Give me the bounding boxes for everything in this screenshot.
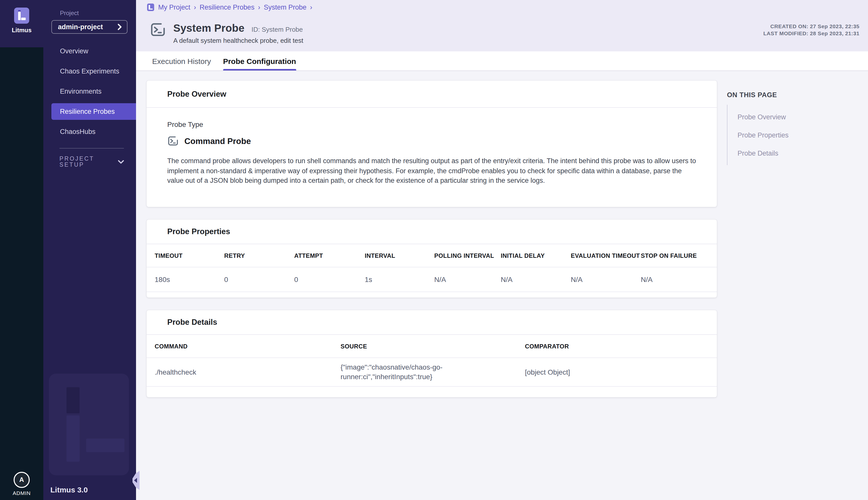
breadcrumb-system-probe[interactable]: System Probe <box>264 3 306 11</box>
breadcrumb: My Project › Resilience Probes › System … <box>147 3 316 11</box>
last-modified: LAST MODIFIED: 28 Sep 2023, 21:31 <box>763 30 859 37</box>
column-header: INTERVAL <box>365 252 434 259</box>
project-label: Project <box>60 10 136 16</box>
column-header: POLLING INTERVAL <box>434 252 501 259</box>
created-on: CREATED ON: 27 Sep 2023, 22:35 <box>763 23 859 30</box>
probe-details-card: Probe Details COMMAND SOURCE COMPARATOR … <box>147 310 717 397</box>
sidebar-nav: Overview Chaos Experiments Environments … <box>43 41 136 141</box>
stop-on-failure-value: N/A <box>641 275 709 284</box>
breadcrumb-logo-icon <box>147 3 154 11</box>
column-header: STOP ON FAILURE <box>641 252 709 259</box>
probe-overview-title: Probe Overview <box>147 81 717 108</box>
breadcrumb-my-project[interactable]: My Project <box>158 3 190 11</box>
properties-value-row: 180s 0 0 1s N/A N/A N/A N/A <box>147 268 717 292</box>
details-value-row: ./healthcheck {"image":"chaosnative/chao… <box>147 358 717 387</box>
sidebar-item-chaos-experiments[interactable]: Chaos Experiments <box>43 61 136 81</box>
collapse-arrow-icon <box>134 478 137 483</box>
page-subtitle: A default system healthcheck probe, edit… <box>173 37 303 44</box>
toc-link-probe-overview[interactable]: Probe Overview <box>737 108 848 126</box>
polling-interval-value: N/A <box>434 275 501 284</box>
breadcrumb-resilience-probes[interactable]: Resilience Probes <box>200 3 255 11</box>
project-select-value: admin-project <box>58 23 103 31</box>
column-header: ATTEMPT <box>294 252 365 259</box>
column-header: INITIAL DELAY <box>501 252 571 259</box>
probe-properties-title: Probe Properties <box>147 219 717 244</box>
tab-execution-history[interactable]: Execution History <box>152 52 211 70</box>
title-row: System Probe ID: System Probe A default … <box>150 22 303 44</box>
column-header: RETRY <box>224 252 294 259</box>
terminal-probe-icon <box>167 135 179 147</box>
tab-bar: Execution History Probe Configuration <box>136 52 868 71</box>
probe-type-value: Command Probe <box>184 136 251 146</box>
timeout-value: 180s <box>155 275 224 284</box>
sidebar-item-resilience-probes[interactable]: Resilience Probes <box>51 103 136 120</box>
sidebar-item-overview[interactable]: Overview <box>43 41 136 61</box>
command-value: ./healthcheck <box>155 368 340 376</box>
initial-delay-value: N/A <box>501 275 571 284</box>
on-this-page: ON THIS PAGE Probe Overview Probe Proper… <box>727 91 848 165</box>
tab-probe-configuration[interactable]: Probe Configuration <box>223 52 296 70</box>
probe-overview-card: Probe Overview Probe Type Command Probe … <box>147 81 717 207</box>
column-header: COMPARATOR <box>525 343 709 350</box>
page-id: ID: System Probe <box>252 26 303 33</box>
app-root: Litmus A ADMIN Project admin-project Ove… <box>0 0 868 500</box>
source-value: {"image":"chaosnative/chaos-go-runner:ci… <box>340 363 464 382</box>
chevron-right-icon <box>117 24 122 30</box>
on-this-page-list: Probe Overview Probe Properties Probe De… <box>727 105 848 165</box>
tab-panel: Probe Overview Probe Type Command Probe … <box>136 71 868 397</box>
column-header: TIMEOUT <box>155 252 224 259</box>
project-select[interactable]: admin-project <box>52 20 127 34</box>
sidebar-divider <box>59 148 124 149</box>
probe-type-label: Probe Type <box>167 120 696 128</box>
probe-details-title: Probe Details <box>147 310 717 335</box>
icon-rail: Litmus A ADMIN <box>0 0 43 500</box>
breadcrumb-separator-icon: › <box>194 3 196 11</box>
project-setup-toggle[interactable]: PROJECT SETUP <box>59 156 124 168</box>
version-label: Litmus 3.0 <box>50 485 88 494</box>
sidebar: Project admin-project Overview Chaos Exp… <box>43 0 136 500</box>
litmus-watermark-logo <box>49 374 129 475</box>
avatar[interactable]: A <box>14 472 30 488</box>
breadcrumb-separator-icon: › <box>258 3 260 11</box>
attempt-value: 0 <box>294 275 365 284</box>
evaluation-timeout-value: N/A <box>571 275 641 284</box>
logo-block[interactable]: Litmus <box>0 0 43 47</box>
properties-header-row: TIMEOUT RETRY ATTEMPT INTERVAL POLLING I… <box>147 244 717 268</box>
terminal-probe-icon <box>150 22 166 37</box>
on-this-page-title: ON THIS PAGE <box>727 91 848 99</box>
litmus-logo-icon <box>14 8 29 24</box>
page-header: My Project › Resilience Probes › System … <box>136 0 868 52</box>
retry-value: 0 <box>224 275 294 284</box>
admin-block[interactable]: A ADMIN <box>0 472 43 496</box>
toc-link-probe-details[interactable]: Probe Details <box>737 144 848 162</box>
chevron-down-icon <box>118 159 124 164</box>
details-header-row: COMMAND SOURCE COMPARATOR <box>147 335 717 358</box>
brand-label: Litmus <box>0 27 43 34</box>
project-setup-label: PROJECT SETUP <box>59 156 118 168</box>
toc-link-probe-properties[interactable]: Probe Properties <box>737 126 848 144</box>
probe-description: The command probe allows developers to r… <box>167 156 696 185</box>
main-content: My Project › Resilience Probes › System … <box>136 0 868 500</box>
interval-value: 1s <box>365 275 434 284</box>
probe-type-row: Command Probe <box>167 135 696 147</box>
page-title: System Probe <box>173 22 245 34</box>
column-header: COMMAND <box>155 343 340 350</box>
admin-label: ADMIN <box>0 490 43 496</box>
breadcrumb-separator-icon: › <box>310 3 312 11</box>
sidebar-collapse-button[interactable] <box>133 471 139 490</box>
column-header: SOURCE <box>340 343 525 350</box>
comparator-value: [object Object] <box>525 368 709 376</box>
column-header: EVALUATION TIMEOUT <box>571 252 641 259</box>
timestamps: CREATED ON: 27 Sep 2023, 22:35 LAST MODI… <box>763 23 859 37</box>
sidebar-item-chaoshubs[interactable]: ChaosHubs <box>43 121 136 141</box>
sidebar-item-environments[interactable]: Environments <box>43 81 136 101</box>
probe-properties-card: Probe Properties TIMEOUT RETRY ATTEMPT I… <box>147 219 717 298</box>
